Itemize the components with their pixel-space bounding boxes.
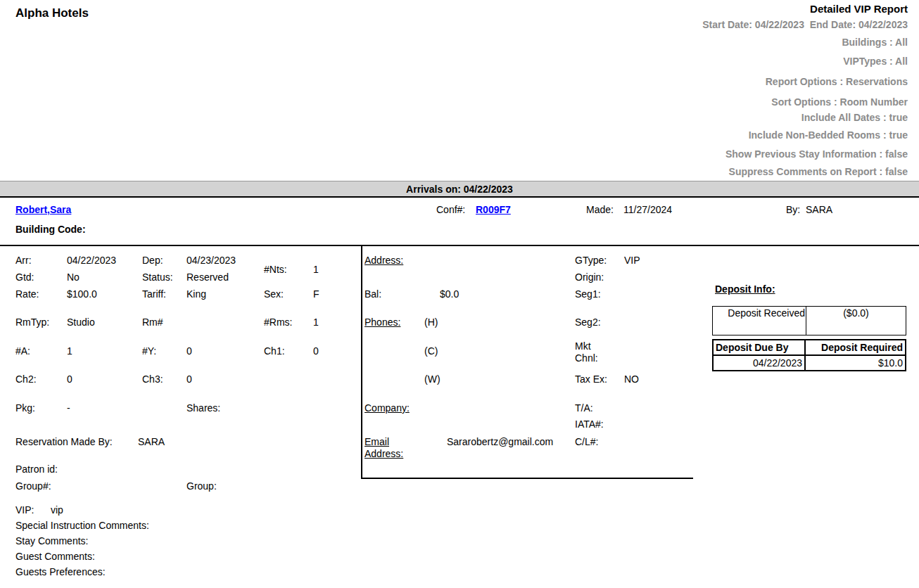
contact-box-bottom-border <box>361 478 693 479</box>
patron-id-label: Patron id: <box>15 464 58 475</box>
report-param-report-options: Report Options : Reservations <box>766 76 908 87</box>
report-param-suppress-comments: Suppress Comments on Report : false <box>729 166 908 177</box>
group-number-label: Group#: <box>15 480 51 492</box>
tax-exempt-label: Tax Ex: <box>575 373 607 385</box>
made-date-value: 11/27/2024 <box>623 204 672 215</box>
arr-value: 04/22/2023 <box>67 255 116 266</box>
origin-label: Origin: <box>575 271 604 283</box>
ch2-label: Ch2: <box>15 373 37 385</box>
company-label: Company: <box>365 402 410 414</box>
conf-number-link[interactable]: R009F7 <box>476 204 511 215</box>
tariff-value: King <box>186 288 206 300</box>
phone-home-label: (H) <box>424 317 438 328</box>
pkg-value: - <box>67 402 70 414</box>
report-param-buildings: Buildings : All <box>842 37 908 48</box>
tariff-label: Tariff: <box>142 288 166 300</box>
deposit-due-by-header: Deposit Due By <box>714 340 806 354</box>
pkg-label: Pkg: <box>15 402 35 414</box>
seg1-label: Seg1: <box>575 288 601 300</box>
sex-value: F <box>313 288 319 300</box>
report-param-viptypes: VIPTypes : All <box>843 56 908 67</box>
rate-label: Rate: <box>15 288 39 300</box>
report-title: Detailed VIP Report <box>810 3 908 15</box>
group-label: Group: <box>186 480 217 492</box>
seg2-label: Seg2: <box>575 317 601 328</box>
balance-value: $0.0 <box>440 288 459 300</box>
deposit-received-value: ($0.0) <box>806 307 906 335</box>
report-param-include-dates: Include All Dates : true <box>801 112 908 123</box>
email-address-label: Email Address: <box>365 436 408 460</box>
deposit-due-by-value: 04/22/2023 <box>714 356 806 370</box>
report-param-sort-options: Sort Options : Room Number <box>771 96 908 108</box>
made-label: Made: <box>586 204 614 215</box>
youth-label: #Y: <box>142 345 156 357</box>
rmtyp-value: Studio <box>67 317 95 328</box>
gtype-value: VIP <box>624 255 640 266</box>
vip-label: VIP: <box>15 504 34 516</box>
deposit-received-table: Deposit Received ($0.0) <box>712 306 906 335</box>
deposit-due-table: Deposit Due By Deposit Required 04/22/20… <box>712 339 906 371</box>
address-label: Address: <box>365 255 403 266</box>
report-param-nonbedded: Include Non-Bedded Rooms : true <box>749 129 908 141</box>
ch1-label: Ch1: <box>264 345 285 357</box>
hotel-brand-title: Alpha Hotels <box>15 6 89 20</box>
arrivals-section-title: Arrivals on: 04/22/2023 <box>406 184 513 195</box>
phone-work-label: (W) <box>424 373 441 385</box>
gtd-value: No <box>67 271 80 283</box>
email-address-value: Sararobertz@gmail.com <box>447 436 553 447</box>
deposit-info-title: Deposit Info: <box>715 283 775 295</box>
tax-exempt-value: NO <box>624 373 639 385</box>
rmtyp-label: RmTyp: <box>15 317 49 328</box>
arrivals-section-bar: Arrivals on: 04/22/2023 <box>0 181 919 198</box>
gtd-label: Gtd: <box>15 271 34 283</box>
dep-label: Dep: <box>142 255 163 266</box>
rms-value: 1 <box>313 317 319 328</box>
adults-label: #A: <box>15 345 30 357</box>
reservation-made-by-value: SARA <box>138 436 165 447</box>
nts-label: #Nts: <box>264 264 287 275</box>
nts-value: 1 <box>313 264 319 275</box>
youth-value: 0 <box>186 345 192 357</box>
deposit-required-value: $10.0 <box>806 356 905 370</box>
dep-value: 04/23/2023 <box>186 255 236 266</box>
rms-label: #Rms: <box>264 317 292 328</box>
ch3-label: Ch3: <box>142 373 163 385</box>
status-label: Status: <box>142 271 173 283</box>
ch3-value: 0 <box>186 373 192 385</box>
guest-preferences-label: Guests Preferences: <box>15 566 106 577</box>
report-param-previous-stay: Show Previous Stay Information : false <box>725 148 908 160</box>
status-value: Reserved <box>186 271 229 283</box>
special-instruction-comments-label: Special Instruction Comments: <box>15 520 149 531</box>
balance-label: Bal: <box>365 288 381 300</box>
stay-comments-label: Stay Comments: <box>15 535 88 547</box>
ch1-value: 0 <box>313 345 319 357</box>
iata-label: IATA#: <box>575 418 604 430</box>
cl-number-label: C/L#: <box>575 436 598 447</box>
rmnum-label: Rm# <box>142 317 163 328</box>
rate-value: $100.0 <box>67 288 97 300</box>
ch2-value: 0 <box>67 373 72 385</box>
phone-cell-label: (C) <box>424 345 438 357</box>
phones-label: Phones: <box>365 317 400 328</box>
section-divider-rule <box>0 245 919 246</box>
by-label: By: <box>786 204 800 215</box>
shares-label: Shares: <box>186 402 220 414</box>
travel-agent-label: T/A: <box>575 402 593 414</box>
contact-box-left-border <box>361 246 362 479</box>
deposit-required-header: Deposit Required <box>806 340 905 354</box>
vip-value: vip <box>51 504 63 516</box>
by-user-value: SARA <box>806 204 832 215</box>
deposit-received-label: Deposit Received <box>713 307 806 335</box>
mkt-chnl-label: Mkt Chnl: <box>575 340 609 364</box>
report-param-dates: Start Date: 04/22/2023 End Date: 04/22/2… <box>702 19 908 30</box>
adults-value: 1 <box>67 345 72 357</box>
guest-comments-label: Guest Comments: <box>15 551 95 562</box>
arr-label: Arr: <box>15 255 32 266</box>
detailed-vip-report-page: Alpha Hotels Detailed VIP Report Start D… <box>0 0 919 588</box>
reservation-made-by-label: Reservation Made By: <box>15 436 113 447</box>
gtype-label: GType: <box>575 255 607 266</box>
building-code-label: Building Code: <box>15 224 86 235</box>
sex-label: Sex: <box>264 288 284 300</box>
conf-number-label: Conf#: <box>436 204 465 215</box>
guest-name-link[interactable]: Robert,Sara <box>15 204 71 215</box>
